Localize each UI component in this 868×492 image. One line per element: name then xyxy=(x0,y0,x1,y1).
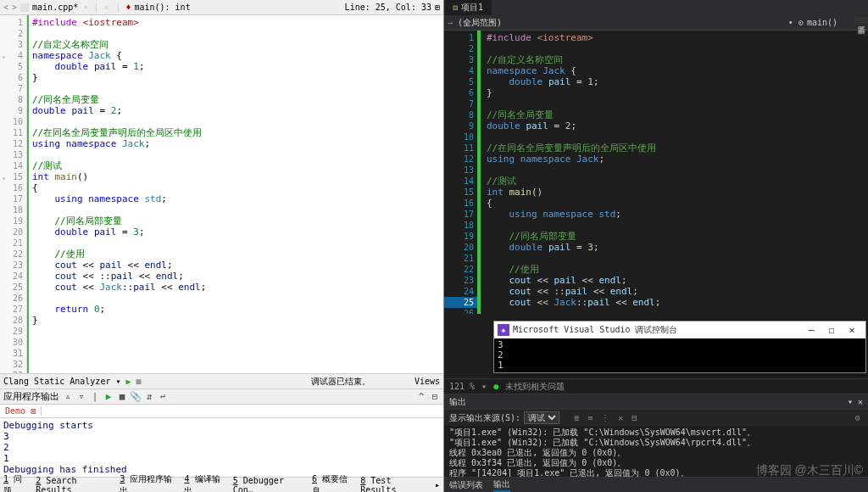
zoom-level[interactable]: 121 % xyxy=(449,382,475,391)
tab-output[interactable]: 输出 xyxy=(493,478,510,492)
code-editor[interactable]: 1234⌄56789101112131415⌄16171819202122232… xyxy=(0,15,443,373)
cursor-pos: Line: 25, Col: 33 xyxy=(345,3,431,12)
cpp-file-icon: ⧈ xyxy=(453,3,458,13)
close-tab-icon[interactable]: ⊠ xyxy=(31,406,36,416)
ok-icon: ● xyxy=(493,382,498,391)
out-clear-icon[interactable]: ✕ xyxy=(615,413,626,422)
output-panel-toolbar: 显示输出来源(S): 调试 ≣ ≡ ⋮ ✕ ⊟ ⚙ xyxy=(444,409,868,426)
fn-crumb[interactable]: • ⊙ main() xyxy=(788,18,837,27)
issues-label: 未找到相关问题 xyxy=(505,381,565,393)
diagnostics-side-tab[interactable]: 诊断工具 xyxy=(854,17,868,24)
vs-status-bar: 121 % ▾ ● 未找到相关问题 xyxy=(444,378,868,394)
nav-back-icon[interactable]: < xyxy=(3,3,8,12)
run-icon[interactable]: ▶ xyxy=(125,377,131,386)
analyzer-status: 调试器已结束。 xyxy=(311,376,370,388)
filter2-icon[interactable]: ▿ xyxy=(76,392,86,402)
demo-tab[interactable]: Demo ⊠ xyxy=(0,406,42,416)
out-settings-icon[interactable]: ⚙ xyxy=(853,413,863,422)
bottom-tab[interactable]: 5 Debugger Con… xyxy=(230,476,309,493)
file-icon xyxy=(20,3,29,12)
stop-small-icon[interactable]: ■ xyxy=(117,392,127,402)
line-gutter: 1234⌄56789101112131415⌄16171819202122232… xyxy=(0,15,27,373)
bottom-tab[interactable]: 6 概要信息 xyxy=(309,473,357,493)
tab-errorlist[interactable]: 错误列表 xyxy=(449,479,483,491)
code-area[interactable]: #include <iostream> //自定义名称空间 namespace … xyxy=(27,15,443,373)
vs-app-icon: ◈ xyxy=(498,324,509,336)
qt-editor-pane: < > main.cpp* ▾ | ✕ | ♦ main(): int Line… xyxy=(0,0,444,492)
bottom-tab[interactable]: 3 应用程序输出 xyxy=(116,473,181,493)
vs-file-tab[interactable]: ⧈ 项目1 xyxy=(444,0,492,15)
win-max-icon[interactable]: ☐ xyxy=(821,324,842,336)
split-icon[interactable]: ⊞ xyxy=(435,3,440,12)
function-crumb[interactable]: main(): int xyxy=(134,3,190,12)
bottom-tab[interactable]: 2 Search Results xyxy=(32,476,116,493)
bottom-tab[interactable]: 4 编译输出 xyxy=(181,473,229,493)
out-ico3[interactable]: ⋮ xyxy=(598,413,612,422)
output-source-select[interactable]: 调试 xyxy=(524,411,559,424)
min-icon[interactable]: ^ xyxy=(416,392,426,402)
views-label[interactable]: Views xyxy=(415,377,440,386)
out-ico1[interactable]: ≣ xyxy=(571,413,581,422)
vs-code-area[interactable]: #include <iostream> //自定义名称空间 namespace … xyxy=(481,31,868,314)
run-small-icon[interactable]: ▶ xyxy=(103,392,114,402)
output-toolbar: 应用程序输出 ▵ ▿ | ▶ ■ 📎 ⇵ ↩ ^ ⊟ xyxy=(0,389,443,404)
demo-tab-bar: Demo ⊠ xyxy=(0,404,443,417)
analyzer-bar: Clang Static Analyzer ▾ ▶ ■ 调试器已结束。 View… xyxy=(0,373,443,389)
wrap-icon[interactable]: ↩ xyxy=(158,392,168,402)
win-min-icon[interactable]: — xyxy=(801,324,821,336)
attach-icon[interactable]: 📎 xyxy=(131,392,141,402)
scope-crumb[interactable]: (全局范围) xyxy=(458,17,502,29)
output-panel-head: 输出 ▾ ✕ xyxy=(444,394,868,409)
bottom-tab-bar: 1 问题2 Search Results3 应用程序输出4 编译输出5 Debu… xyxy=(0,477,443,492)
stop-icon[interactable]: ■ xyxy=(136,377,142,386)
vs-tab-bar: ⧈ 项目1 xyxy=(444,0,868,15)
scroll-icon[interactable]: ⇵ xyxy=(144,392,154,402)
nav-fwd-icon[interactable]: > xyxy=(12,3,17,12)
debug-console-window[interactable]: ◈ Microsoft Visual Studio 调试控制台 — ☐ ✕ 3 … xyxy=(493,321,866,373)
debug-output: Debugging starts 3 2 1 Debugging has fin… xyxy=(0,417,443,477)
out-ico5[interactable]: ⊟ xyxy=(629,413,639,422)
vs-editor-pane: ⧈ 项目1 → (全局范围) • ⊙ main() 诊断工具 123456789… xyxy=(444,0,868,492)
vs-output-body: "项目1.exe" (Win32): 已加载 "C:\Windows\SysWO… xyxy=(444,426,868,477)
output-label: 应用程序输出 xyxy=(3,390,59,403)
editor-toolbar: < > main.cpp* ▾ | ✕ | ♦ main(): int Line… xyxy=(0,0,443,15)
console-body: 3 2 1 xyxy=(494,338,865,372)
filename-label[interactable]: main.cpp* xyxy=(32,3,78,12)
vs-breadcrumb: → (全局范围) • ⊙ main() xyxy=(444,15,868,31)
vs-bottom-tabs: 错误列表 输出 xyxy=(444,477,868,492)
bottom-tab[interactable]: 1 问题 xyxy=(0,473,32,493)
close-icon[interactable]: ⊟ xyxy=(430,392,440,402)
analyzer-label[interactable]: Clang Static Analyzer xyxy=(3,377,110,386)
filter-icon[interactable]: ▵ xyxy=(63,392,73,402)
vs-code-editor[interactable]: 1234567891011121314151617181920212223242… xyxy=(444,31,868,314)
panel-menu-icon[interactable]: ▾ ✕ xyxy=(848,397,863,406)
bottom-tab[interactable]: 8 Test Results xyxy=(357,476,431,493)
win-close-icon[interactable]: ✕ xyxy=(842,324,862,336)
vs-line-gutter: 1234567891011121314151617181920212223242… xyxy=(444,31,481,314)
console-titlebar[interactable]: ◈ Microsoft Visual Studio 调试控制台 — ☐ ✕ xyxy=(494,321,865,338)
out-ico2[interactable]: ≡ xyxy=(585,413,595,422)
